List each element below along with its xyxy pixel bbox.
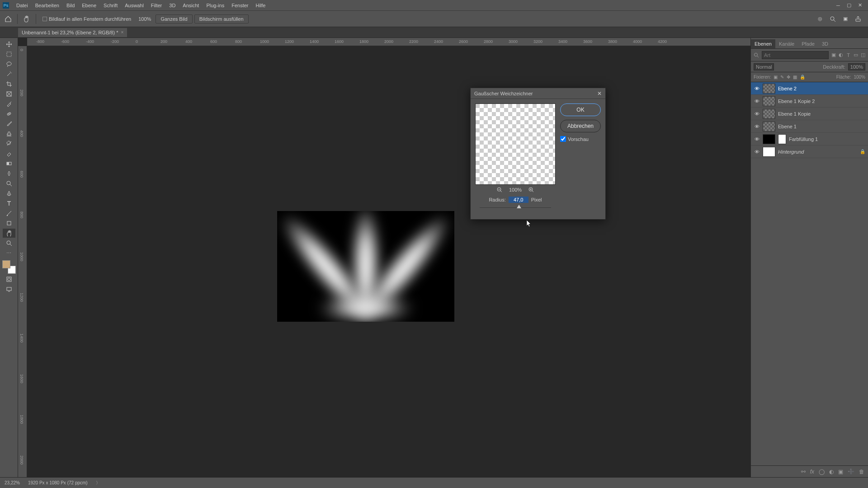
layer-thumb[interactable]	[763, 96, 775, 106]
workspace-icon[interactable]: ▣	[841, 14, 850, 23]
tab-3d[interactable]: 3D	[818, 39, 832, 48]
menu-item[interactable]: Auswahl	[121, 3, 147, 8]
home-icon[interactable]	[3, 14, 14, 24]
layer-name[interactable]: Ebene 1 Kopie 2	[778, 99, 815, 104]
color-swatches[interactable]	[2, 260, 16, 274]
layer-thumb[interactable]	[763, 84, 775, 94]
layer-thumb[interactable]	[763, 109, 775, 119]
move-tool-icon[interactable]	[3, 40, 15, 49]
gradient-tool-icon[interactable]	[3, 159, 15, 168]
path-tool-icon[interactable]	[3, 209, 15, 218]
window-close-icon[interactable]: ✕	[854, 2, 865, 9]
frame-tool-icon[interactable]	[3, 89, 15, 99]
mask-icon[interactable]: ◯	[819, 469, 825, 475]
status-docinfo[interactable]: 1920 Px x 1080 Px (72 ppcm)	[28, 480, 88, 485]
status-zoom[interactable]: 23,22%	[5, 480, 20, 485]
opacity-value[interactable]: 100%	[848, 63, 865, 70]
new-layer-icon[interactable]: ➕	[848, 469, 854, 475]
visibility-icon[interactable]: 👁	[754, 136, 760, 142]
group-icon[interactable]: ▣	[838, 469, 843, 475]
menu-item[interactable]: Schrift	[100, 3, 121, 8]
shape-tool-icon[interactable]	[3, 219, 15, 228]
cloud-docs-icon[interactable]: ◎	[816, 14, 825, 23]
layer-name[interactable]: Ebene 2	[778, 86, 797, 91]
document-tab[interactable]: Unbenannt-1 bei 23,2% (Ebene 2, RGB/8) *…	[18, 28, 127, 37]
search-icon[interactable]	[828, 14, 837, 23]
more-tools-icon[interactable]: ⋯	[3, 249, 15, 258]
dialog-titlebar[interactable]: Gaußscher Weichzeichner ✕	[471, 88, 605, 99]
tab-paths[interactable]: Pfade	[798, 39, 818, 48]
fg-color-swatch[interactable]	[2, 260, 10, 268]
history-brush-tool-icon[interactable]	[3, 139, 15, 148]
filter-smart-icon[interactable]: ◫	[861, 52, 865, 59]
layer-filter-input[interactable]	[762, 51, 829, 59]
layer-row[interactable]: 👁Ebene 1 Kopie 2	[751, 95, 868, 108]
wand-tool-icon[interactable]	[3, 70, 15, 79]
menu-item[interactable]: Hilfe	[252, 3, 269, 8]
menu-item[interactable]: Filter	[147, 3, 165, 8]
ruler-vertical[interactable]: 0200400600800100012001400160018002000	[18, 46, 27, 477]
visibility-icon[interactable]: 👁	[754, 99, 760, 104]
filter-image-icon[interactable]: ▣	[831, 52, 836, 59]
close-tab-icon[interactable]: ×	[121, 30, 123, 35]
lock-pixels-icon[interactable]: ▣	[774, 75, 778, 80]
layer-row[interactable]: 👁Hintergrund🔒	[751, 145, 868, 158]
zoom-out-icon[interactable]	[496, 187, 503, 193]
dialog-preview[interactable]	[475, 103, 556, 185]
menu-item[interactable]: Bild	[63, 3, 78, 8]
ok-button[interactable]: OK	[560, 103, 601, 116]
visibility-icon[interactable]: 👁	[754, 149, 760, 155]
menu-item[interactable]: Ebene	[78, 3, 100, 8]
zoom-tool-icon[interactable]	[3, 239, 15, 248]
heal-tool-icon[interactable]	[3, 109, 15, 118]
fx-icon[interactable]: fx	[810, 469, 814, 475]
pen-tool-icon[interactable]	[3, 189, 15, 198]
ruler-horizontal[interactable]: -800-600-400-200020040060080010001200140…	[27, 38, 750, 46]
layer-row[interactable]: 👁Ebene 2	[751, 82, 868, 95]
dodge-tool-icon[interactable]	[3, 179, 15, 188]
lock-all-icon[interactable]: 🔒	[800, 75, 805, 80]
zoom-value[interactable]: 100%	[136, 16, 154, 22]
filter-type-icon[interactable]: T	[846, 52, 850, 59]
fill-value[interactable]: 100%	[854, 75, 865, 80]
menu-item[interactable]: Ansicht	[179, 3, 203, 8]
lasso-tool-icon[interactable]	[3, 60, 15, 69]
layer-row[interactable]: 👁Ebene 1	[751, 120, 868, 133]
layer-mask-thumb[interactable]	[778, 134, 786, 144]
lock-position-icon[interactable]: ✥	[787, 75, 790, 80]
tab-channels[interactable]: Kanäle	[775, 39, 798, 48]
layer-name[interactable]: Ebene 1	[778, 124, 797, 129]
window-minimize-icon[interactable]: ─	[833, 2, 844, 9]
screenmode-icon[interactable]	[3, 285, 15, 294]
menu-item[interactable]: Fenster	[228, 3, 252, 8]
visibility-icon[interactable]: 👁	[754, 86, 760, 91]
eyedropper-tool-icon[interactable]	[3, 99, 15, 108]
link-layers-icon[interactable]: ⚯	[801, 469, 806, 475]
chevron-right-icon[interactable]: 〉	[96, 480, 100, 486]
filter-shape-icon[interactable]: ▭	[854, 52, 858, 59]
slider-thumb-icon[interactable]	[517, 205, 521, 208]
scroll-all-checkbox[interactable]: Bildlauf in allen Fenstern durchführen	[40, 16, 134, 22]
close-icon[interactable]: ✕	[597, 90, 602, 97]
layer-row[interactable]: 👁Ebene 1 Kopie	[751, 108, 868, 120]
lock-artboard-icon[interactable]: ▦	[793, 75, 797, 80]
type-tool-icon[interactable]	[3, 199, 15, 208]
zoom-in-icon[interactable]	[528, 187, 534, 193]
layer-thumb[interactable]	[763, 122, 775, 131]
layer-thumb[interactable]	[763, 134, 775, 144]
stamp-tool-icon[interactable]	[3, 129, 15, 138]
share-icon[interactable]	[854, 14, 863, 23]
layer-thumb[interactable]	[763, 147, 775, 157]
fill-screen-button[interactable]: Bildschirm ausfüllen	[194, 14, 249, 23]
visibility-icon[interactable]: 👁	[754, 111, 760, 117]
cancel-button[interactable]: Abbrechen	[560, 120, 601, 132]
tab-layers[interactable]: Ebenen	[751, 39, 775, 48]
canvas[interactable]	[27, 46, 750, 477]
quickmask-icon[interactable]	[3, 275, 15, 284]
menu-item[interactable]: Datei	[13, 3, 32, 8]
adjustment-icon[interactable]: ◐	[829, 469, 834, 475]
radius-slider[interactable]	[480, 206, 551, 210]
marquee-tool-icon[interactable]	[3, 50, 15, 59]
layer-name[interactable]: Hintergrund	[778, 149, 804, 155]
window-maximize-icon[interactable]: ▢	[844, 2, 854, 9]
